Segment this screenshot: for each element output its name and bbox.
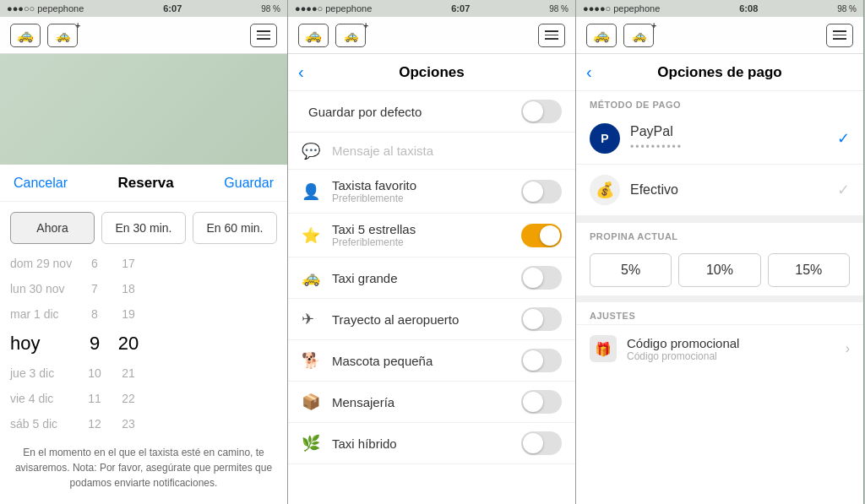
cal-row-0: dom 29 nov 6 17 [10,251,277,276]
efectivo-icon: 💰 [590,175,620,205]
status-bar-3: ●●●●○ pepephone 6:08 98 % [576,0,863,17]
taxi-add-btn-2[interactable]: 🚕+ [335,24,366,47]
tip-10[interactable]: 10% [678,253,760,287]
option-mensaje: 💬 Mensaje al taxista [288,133,575,170]
chevron-right-icon: › [846,341,850,356]
cal-row-4: jue 3 dic 10 21 [10,360,277,386]
signal-dots-2: ●●●●○ [295,3,323,14]
guardar-defecto-row: Guardar por defecto [288,91,575,133]
mensajeria-toggle[interactable] [521,390,562,414]
taxi-grande-label: Taxi grande [332,271,514,285]
taxi5-toggle[interactable] [521,224,562,247]
mensajeria-label: Mensajería [332,395,514,409]
time-3: 6:08 [739,3,758,14]
taxista-favorito-sub: Preferiblemente [332,192,514,204]
top-nav-1: 🚕 🚕+ [0,17,287,54]
option-hibrido: 🌿 Taxi híbrido [288,423,575,464]
guardar-defecto-toggle[interactable] [521,100,562,123]
cal-row-6: sáb 5 dic 12 23 [10,411,277,436]
time-2: 6:07 [451,3,470,14]
status-bar-1: ●●●○○ pepephone 6:07 98 % [0,0,287,17]
person-icon: 👤 [302,182,325,201]
status-bar-2: ●●●●○ pepephone 6:07 98 % [288,0,575,17]
signal-dots: ●●●○○ [7,3,35,14]
taxi-icon-btn-2[interactable]: 🚕 [298,24,329,47]
top-nav-2: 🚕 🚕+ [288,17,575,54]
reserva-header: Cancelar Reserva Guardar [0,165,287,202]
guardar-defecto-label: Guardar por defecto [308,105,514,119]
reserva-title: Reserva [118,175,174,192]
gift-icon: 🎁 [590,335,617,362]
taxi-add-btn-3[interactable]: 🚕+ [623,24,654,47]
paypal-icon: P [590,123,620,154]
time-btn-60[interactable]: En 60 min. [193,212,277,244]
opciones-title: Opciones [399,64,464,81]
efectivo-name: Efectivo [630,182,837,198]
mensaje-placeholder[interactable]: Mensaje al taxista [325,144,562,158]
pago-title: Opciones de pago [657,64,781,81]
divider-1 [576,216,863,223]
plane-icon: ✈ [302,310,325,328]
hamburger-btn-3[interactable] [826,24,853,47]
note-section: En el momento en el que el taxista esté … [0,436,287,504]
star-icon: ⭐ [302,226,325,245]
propina-label: PROPINA ACTUAL [576,223,863,245]
reserva-modal: Cancelar Reserva Guardar Ahora En 30 min… [0,165,287,504]
time-btn-ahora[interactable]: Ahora [10,212,95,244]
taxi-grande-toggle[interactable] [521,266,562,290]
chat-icon: 💬 [302,142,325,160]
battery-1: 98 % [261,4,280,14]
pet-icon: 🐕 [302,351,325,370]
box-icon: 📦 [302,393,325,411]
payment-efectivo[interactable]: 💰 Efectivo ✓ [576,165,863,216]
panel-reserva: ●●●○○ pepephone 6:07 98 % 🚕 🚕+ Cancelar … [0,0,288,504]
cal-row-2: mar 1 dic 8 19 [10,301,277,327]
opciones-content: ‹ Opciones Guardar por defecto 💬 Mensaje… [288,54,575,504]
cal-row-today: hoy 9 20 [10,327,277,360]
time-buttons: Ahora En 30 min. En 60 min. [0,202,287,251]
hamburger-btn-1[interactable] [250,24,277,47]
hibrido-toggle[interactable] [521,431,562,455]
save-button[interactable]: Guardar [224,176,274,191]
battery-3: 98 % [837,4,857,14]
taxista-favorito-label: Taxista favorito [332,178,514,192]
mascota-toggle[interactable] [521,349,562,372]
divider-2 [576,295,863,302]
top-nav-3: 🚕 🚕+ [576,17,863,54]
paypal-sub: •••••••••• [630,141,837,153]
cancel-button[interactable]: Cancelar [14,176,68,191]
tip-5[interactable]: 5% [590,253,672,287]
promo-row[interactable]: 🎁 Código promocional Código promocional … [576,324,863,372]
aeropuerto-toggle[interactable] [521,307,562,331]
back-button-pago[interactable]: ‹ [586,62,592,82]
tip-15[interactable]: 15% [768,253,850,287]
signal-dots-3: ●●●●○ [583,3,611,14]
carrier-1: pepephone [37,3,84,14]
hamburger-btn-2[interactable] [538,24,565,47]
carrier-2: pepephone [325,3,372,14]
taxi5-sub: Preferiblemente [332,236,514,248]
taxi-grande-icon: 🚕 [302,268,325,287]
taxi5-label: Taxi 5 estrellas [332,222,514,236]
note-text: En el momento en el que el taxista esté … [15,447,272,489]
time-btn-30[interactable]: En 30 min. [101,212,186,244]
taxi-icon-btn-3[interactable]: 🚕 [586,24,617,47]
promo-sub: Código promocional [627,350,846,362]
taxi-icon-btn-1[interactable]: 🚕 [10,24,41,47]
aeropuerto-label: Trayecto al aeropuerto [332,312,514,327]
option-mensajeria: 📦 Mensajería [288,382,575,423]
hibrido-label: Taxi híbrido [332,436,514,451]
leaf-icon: 🌿 [302,434,325,453]
calendar-section: dom 29 nov 6 17 lun 30 nov 7 18 mar 1 di… [0,251,287,436]
taxista-favorito-toggle[interactable] [521,180,562,203]
taxi-add-btn-1[interactable]: 🚕+ [47,24,78,47]
ajustes-label: AJUSTES [576,302,863,324]
paypal-checkmark: ✓ [837,129,850,148]
back-button-opciones[interactable]: ‹ [298,62,304,82]
cal-row-5: vie 4 dic 11 22 [10,386,277,411]
option-mascota: 🐕 Mascota pequeña [288,340,575,382]
option-taxista-favorito: 👤 Taxista favorito Preferiblemente [288,170,575,214]
payment-paypal[interactable]: P PayPal •••••••••• ✓ [576,113,863,165]
efectivo-checkmark: ✓ [837,181,850,199]
panel-opciones: ●●●●○ pepephone 6:07 98 % 🚕 🚕+ ‹ Opcione… [288,0,576,504]
